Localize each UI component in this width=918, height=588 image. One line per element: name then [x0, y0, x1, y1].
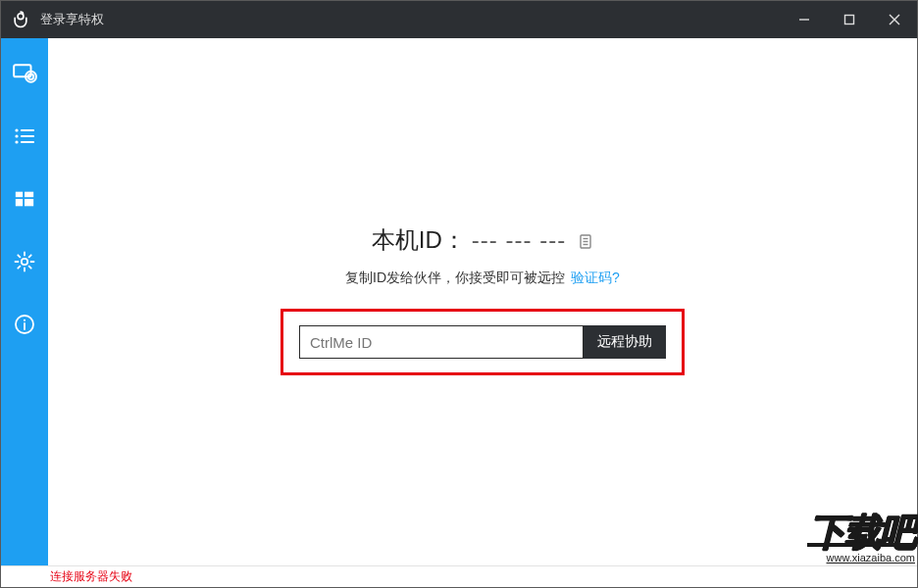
app-window: 登录享特权: [0, 0, 918, 588]
sidebar-item-grid[interactable]: [11, 185, 38, 213]
svg-rect-15: [16, 199, 23, 206]
window-title: 登录享特权: [40, 11, 104, 28]
sidebar-item-info[interactable]: [11, 311, 38, 338]
titlebar: 登录享特权: [1, 1, 917, 38]
status-bar: 连接服务器失败: [1, 565, 917, 587]
sidebar-item-remote[interactable]: [11, 60, 38, 87]
watermark-main: 下载吧: [809, 514, 915, 551]
local-id-value: --- --- ---: [472, 226, 566, 254]
watermark-sub: www.xiazaiba.com: [809, 553, 915, 564]
sidebar-item-list[interactable]: [11, 122, 38, 150]
watermark: 下载吧 www.xiazaiba.com: [809, 514, 915, 564]
svg-rect-13: [16, 192, 23, 198]
close-button[interactable]: [872, 1, 917, 38]
svg-point-11: [15, 140, 18, 143]
copy-id-icon[interactable]: [578, 232, 593, 254]
local-id-line: 本机ID： --- --- ---: [372, 224, 593, 256]
hint-text: 复制ID发给伙伴，你接受即可被远控: [345, 270, 565, 287]
minimize-button[interactable]: [782, 1, 827, 38]
main-content: 本机ID： --- --- --- 复制ID发给伙伴，你接受即可被远控 验证码?: [48, 38, 917, 565]
status-text: 连接服务器失败: [50, 568, 132, 585]
svg-point-9: [15, 134, 18, 137]
svg-point-17: [22, 259, 27, 265]
local-id-label: 本机ID：: [372, 224, 466, 256]
sidebar: [1, 38, 48, 565]
maximize-button[interactable]: [827, 1, 872, 38]
sidebar-item-settings[interactable]: [11, 248, 38, 275]
verify-code-link[interactable]: 验证码?: [571, 270, 620, 287]
remote-input-group: 远程协助: [280, 309, 685, 375]
svg-point-7: [15, 128, 18, 131]
body: 本机ID： --- --- --- 复制ID发给伙伴，你接受即可被远控 验证码?: [1, 38, 917, 565]
svg-point-19: [24, 319, 26, 321]
svg-rect-2: [845, 16, 854, 24]
svg-rect-14: [25, 192, 33, 198]
hint-line: 复制ID发给伙伴，你接受即可被远控 验证码?: [345, 270, 620, 287]
svg-rect-16: [25, 199, 33, 206]
remote-id-input[interactable]: [299, 325, 584, 359]
app-logo-icon: [9, 8, 32, 31]
remote-assist-button[interactable]: 远程协助: [584, 325, 666, 359]
